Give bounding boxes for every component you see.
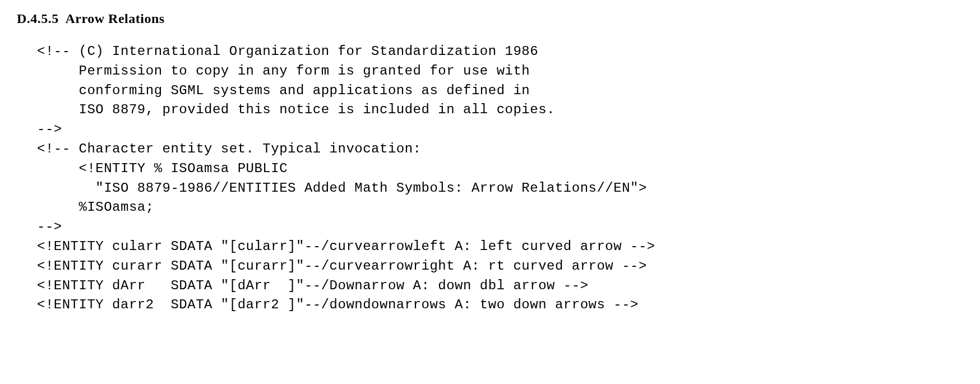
code-line: Permission to copy in any form is grante… bbox=[37, 63, 530, 78]
code-line: <!ENTITY dArr SDATA "[dArr ]"--/Downarro… bbox=[37, 278, 589, 293]
code-line: --> bbox=[37, 219, 62, 234]
section-heading: D.4.5.5 Arrow Relations bbox=[17, 11, 963, 26]
code-line: --> bbox=[37, 122, 62, 137]
code-block: <!-- (C) International Organization for … bbox=[37, 42, 963, 315]
code-line: ISO 8879, provided this notice is includ… bbox=[37, 102, 555, 117]
code-line: <!-- (C) International Organization for … bbox=[37, 44, 538, 59]
section-title: Arrow Relations bbox=[66, 11, 165, 26]
code-line: "ISO 8879-1986//ENTITIES Added Math Symb… bbox=[37, 181, 647, 196]
code-line: <!ENTITY curarr SDATA "[curarr]"--/curve… bbox=[37, 258, 647, 274]
code-line: <!ENTITY cularr SDATA "[cularr]"--/curve… bbox=[37, 239, 655, 254]
section-number: D.4.5.5 bbox=[17, 11, 59, 26]
code-line: conforming SGML systems and applications… bbox=[37, 83, 530, 98]
code-line: <!-- Character entity set. Typical invoc… bbox=[37, 141, 422, 156]
code-line: <!ENTITY % ISOamsa PUBLIC bbox=[37, 161, 288, 176]
code-line: <!ENTITY darr2 SDATA "[darr2 ]"--/downdo… bbox=[37, 297, 639, 312]
code-line: %ISOamsa; bbox=[37, 200, 154, 215]
